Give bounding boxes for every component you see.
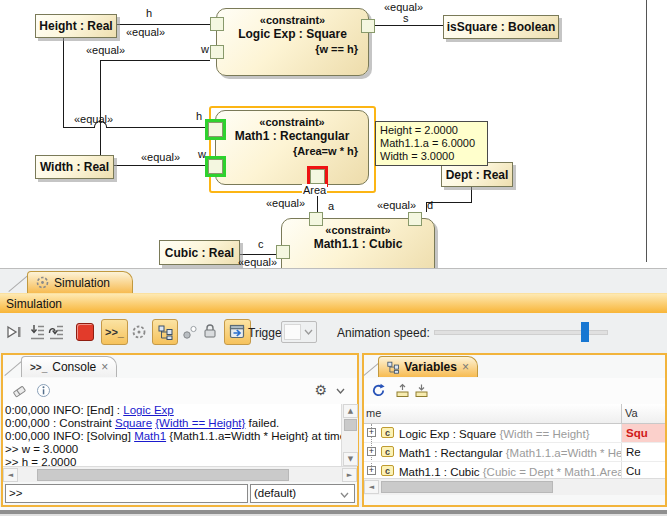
expand-all-icon bbox=[395, 383, 410, 398]
console-line: 0:00,000 INFO: [End] : Logic Exp bbox=[5, 404, 341, 417]
constraint-math1[interactable]: «constraint» Math1 : Rectangular {Area=w… bbox=[215, 110, 369, 185]
console-pane: >>_ Console × ⚙ 0:00,000 INFO: [End] : L… bbox=[1, 353, 359, 507]
console-settings-button[interactable]: ⚙ bbox=[314, 382, 327, 398]
port[interactable] bbox=[210, 45, 224, 59]
scroll-left-button[interactable]: ◄ bbox=[364, 480, 379, 494]
scroll-left-icon: ◄ bbox=[8, 471, 13, 479]
column-divider[interactable] bbox=[621, 404, 622, 423]
block-height[interactable]: Height : Real bbox=[35, 14, 117, 38]
block-issquare-label: isSquare : Boolean bbox=[447, 20, 556, 34]
variables-row[interactable]: +cLogic Exp : Square {Width == Height}Sq… bbox=[364, 424, 665, 443]
collapse-all-icon bbox=[414, 383, 429, 398]
port[interactable] bbox=[210, 17, 224, 31]
port[interactable] bbox=[408, 212, 422, 226]
scroll-left-icon: ◄ bbox=[369, 483, 374, 491]
equal-label: «equal» bbox=[266, 197, 305, 209]
column-header-name[interactable]: me bbox=[366, 407, 381, 419]
close-icon[interactable]: × bbox=[101, 360, 108, 374]
tab-label: Console bbox=[52, 360, 96, 374]
port-highlight-green[interactable] bbox=[205, 156, 226, 177]
run-button[interactable] bbox=[4, 322, 24, 342]
scroll-thumb[interactable] bbox=[37, 469, 289, 481]
run-icon bbox=[5, 323, 23, 341]
tab-variables[interactable]: Variables × bbox=[378, 356, 478, 377]
clear-console-button[interactable] bbox=[11, 383, 28, 403]
open-diagram-button[interactable] bbox=[224, 319, 251, 345]
port[interactable] bbox=[361, 19, 375, 33]
variables-header-row: me Va bbox=[364, 404, 665, 424]
console-text: >> h = 2.0000 bbox=[5, 456, 76, 466]
block-width[interactable]: Width : Real bbox=[35, 155, 114, 179]
constraint-name: Logic Exp : Square bbox=[217, 27, 368, 41]
lock-button[interactable] bbox=[202, 321, 218, 341]
console-hscrollbar[interactable]: ◄ ► bbox=[3, 466, 357, 482]
scroll-up-button[interactable]: ▲ bbox=[343, 404, 358, 418]
console-text: 0:00,000 : Constraint bbox=[5, 417, 115, 429]
scroll-down-button[interactable]: ▼ bbox=[343, 452, 358, 466]
refresh-button[interactable] bbox=[371, 383, 386, 402]
expander-icon[interactable]: + bbox=[367, 466, 376, 475]
step-into-icon bbox=[28, 323, 46, 341]
scroll-thumb[interactable] bbox=[381, 481, 553, 493]
console-text: 0:00,000 INFO: [End] : bbox=[5, 404, 123, 416]
trigger-dropdown[interactable] bbox=[281, 321, 317, 343]
expander-icon[interactable]: + bbox=[367, 428, 376, 437]
scroll-right-button[interactable]: ► bbox=[342, 468, 357, 482]
info-button[interactable] bbox=[36, 383, 51, 402]
animation-speed-label: Animation speed: bbox=[337, 326, 430, 340]
block-cubic[interactable]: Cubic : Real bbox=[159, 240, 240, 265]
step-over-icon bbox=[47, 323, 65, 341]
simulation-config-button[interactable] bbox=[129, 322, 149, 342]
console-toolbar: ⚙ bbox=[3, 378, 357, 405]
connector-height-vert bbox=[63, 36, 64, 128]
console-link[interactable]: Square bbox=[115, 417, 152, 429]
block-dept-label: Dept : Real bbox=[446, 168, 509, 182]
tabstrip-slant bbox=[4, 361, 21, 376]
scroll-right-icon: ► bbox=[347, 471, 352, 479]
variables-row[interactable]: +cMath1 : Rectangular {Math1.1.a=Width *… bbox=[364, 443, 665, 462]
stop-button[interactable] bbox=[76, 323, 94, 341]
column-header-value[interactable]: Va bbox=[625, 407, 638, 419]
expand-all-button[interactable] bbox=[395, 383, 410, 402]
console-input-value: >> bbox=[9, 487, 22, 499]
scroll-thumb[interactable] bbox=[344, 419, 357, 431]
port[interactable] bbox=[276, 245, 290, 259]
step-over-button[interactable] bbox=[46, 322, 66, 342]
step-into-button[interactable] bbox=[27, 322, 47, 342]
variables-toggle-button[interactable] bbox=[152, 319, 178, 345]
slider-thumb[interactable] bbox=[581, 322, 589, 342]
console-language-dropdown[interactable]: (default) bbox=[250, 484, 355, 503]
console-link[interactable]: Logic Exp bbox=[123, 404, 174, 416]
port-highlight-green[interactable] bbox=[205, 119, 226, 140]
close-icon[interactable]: × bbox=[462, 360, 469, 374]
console-log: 0:00,000 INFO: [End] : Logic Exp0:00,000… bbox=[3, 404, 341, 466]
gear-icon: ⚙ bbox=[314, 382, 327, 398]
block-issquare[interactable]: isSquare : Boolean bbox=[443, 15, 559, 39]
refresh-icon bbox=[371, 383, 386, 398]
expander-icon[interactable]: + bbox=[367, 447, 376, 456]
tab-console[interactable]: >>_ Console × bbox=[21, 356, 117, 377]
tooltip-line: Height = 2.0000 bbox=[380, 124, 483, 137]
chevron-down-icon[interactable] bbox=[336, 388, 345, 394]
console-link[interactable]: Math1 bbox=[134, 430, 166, 442]
port[interactable] bbox=[309, 212, 323, 226]
tree-icon bbox=[387, 361, 399, 374]
collapse-all-button[interactable] bbox=[414, 383, 429, 402]
constraint-logic-exp[interactable]: «constraint» Logic Exp : Square {w == h} bbox=[216, 8, 369, 76]
magicdraw-simulation-window: Height : Real isSquare : Boolean Width :… bbox=[0, 0, 667, 516]
console-vscrollbar[interactable]: ▲ ▼ bbox=[341, 404, 358, 466]
port-label-w: w bbox=[201, 43, 209, 55]
breakpoints-button[interactable] bbox=[180, 322, 200, 342]
port-label-c: c bbox=[258, 238, 264, 250]
scroll-left-button[interactable]: ◄ bbox=[3, 468, 18, 482]
console-link[interactable]: {Width == Height} bbox=[155, 417, 245, 429]
port-label-a: a bbox=[328, 200, 334, 212]
console-input[interactable]: >> bbox=[5, 484, 248, 503]
scroll-up-icon: ▲ bbox=[348, 407, 353, 415]
console-toggle-button[interactable]: >>_ bbox=[101, 319, 128, 345]
variable-constraint: {Cubic = Dept * Math1.Area} bbox=[483, 466, 628, 478]
stereotype-label: «constraint» bbox=[217, 14, 368, 26]
variables-hscrollbar[interactable]: ◄ bbox=[364, 478, 665, 495]
tab-simulation[interactable]: Simulation bbox=[27, 271, 133, 293]
window-arrow-icon bbox=[229, 324, 246, 340]
